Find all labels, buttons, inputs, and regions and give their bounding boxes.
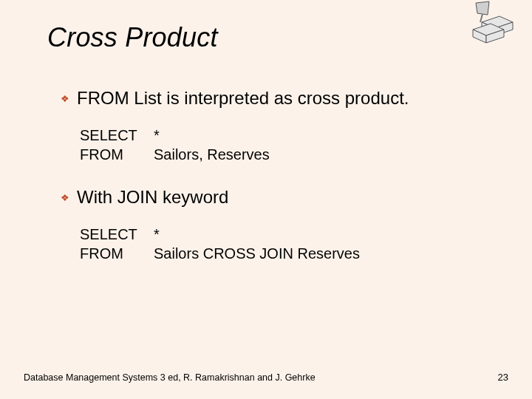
code-rest: Sailors, Reserves — [154, 145, 270, 164]
code-line: FROM Sailors, Reserves — [80, 145, 485, 164]
slide: Cross Product ❖ FROM List is interpreted… — [0, 0, 532, 399]
code-line: FROM Sailors CROSS JOIN Reserves — [80, 244, 485, 263]
footer-text: Database Management Systems 3 ed, R. Ram… — [24, 372, 316, 383]
svg-line-7 — [480, 14, 482, 22]
code-keyword: SELECT — [80, 126, 154, 145]
code-rest: * — [154, 225, 160, 244]
code-rest: Sailors CROSS JOIN Reserves — [154, 244, 360, 263]
diamond-bullet-icon: ❖ — [61, 94, 69, 103]
code-block: SELECT * FROM Sailors CROSS JOIN Reserve… — [80, 225, 485, 263]
bricks-trowel-icon — [460, 0, 514, 44]
code-rest: * — [154, 126, 160, 145]
bullet-item: ❖ FROM List is interpreted as cross prod… — [61, 87, 485, 109]
code-line: SELECT * — [80, 225, 485, 244]
bullet-text: FROM List is interpreted as cross produc… — [77, 87, 409, 109]
code-keyword: FROM — [80, 244, 154, 263]
code-keyword: SELECT — [80, 225, 154, 244]
code-keyword: FROM — [80, 145, 154, 164]
bullet-text: With JOIN keyword — [77, 186, 228, 208]
code-line: SELECT * — [80, 126, 485, 145]
slide-title: Cross Product — [47, 22, 485, 53]
bullet-item: ❖ With JOIN keyword — [61, 186, 485, 208]
diamond-bullet-icon: ❖ — [61, 193, 69, 202]
code-block: SELECT * FROM Sailors, Reserves — [80, 126, 485, 164]
page-number: 23 — [498, 372, 508, 383]
svg-marker-6 — [476, 1, 489, 15]
